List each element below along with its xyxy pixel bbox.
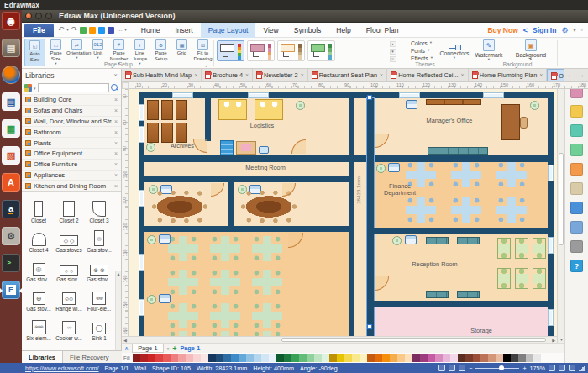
color-swatch[interactable] <box>322 354 329 362</box>
color-swatch[interactable] <box>458 354 465 362</box>
color-swatch[interactable] <box>352 354 360 362</box>
theme-thumbnail[interactable] <box>277 40 305 61</box>
themes-scroll-down-icon[interactable]: ▾ <box>390 49 396 55</box>
wall-exterior-right[interactable] <box>548 92 554 336</box>
color-swatch[interactable] <box>375 354 382 362</box>
symbol-item[interactable]: ◇ ◇ Gas stoves <box>54 223 84 253</box>
window[interactable] <box>139 299 144 316</box>
page-tab[interactable]: Page-1 <box>132 344 164 353</box>
ribbon-button[interactable]: ⊡ Fit to Drawing <box>192 39 213 66</box>
library-group-row[interactable]: Wall, Door, Window and Structure × <box>22 116 121 127</box>
sign-in-link[interactable]: Sign In <box>533 26 556 34</box>
color-swatch[interactable] <box>307 354 314 362</box>
color-swatch[interactable] <box>428 354 435 362</box>
symbol-item[interactable]: ⊕ Gas stov... <box>24 282 54 312</box>
symbol-item[interactable]: Closet 3 <box>84 194 114 223</box>
zoom-in-icon[interactable]: + <box>522 365 526 372</box>
share-icon[interactable]: < <box>523 26 528 34</box>
wall-meeting-divider[interactable] <box>228 182 234 226</box>
horizontal-scroll-thumb[interactable] <box>281 338 546 342</box>
plant[interactable] <box>296 101 305 110</box>
visitor-seat[interactable] <box>533 268 546 289</box>
plant[interactable] <box>530 101 539 110</box>
printer[interactable] <box>405 235 417 244</box>
color-swatch[interactable] <box>390 354 397 362</box>
firefox-icon[interactable] <box>2 66 20 84</box>
symbol-item[interactable]: Closet 2 <box>54 194 84 223</box>
selection-handle[interactable] <box>367 95 372 100</box>
zoom-slider[interactable] <box>475 368 519 369</box>
libreoffice-calc-icon[interactable]: ▦ <box>2 119 20 138</box>
cabinet[interactable] <box>147 100 159 120</box>
color-swatch[interactable] <box>360 354 367 362</box>
color-swatch[interactable] <box>405 354 412 362</box>
workstation-cluster[interactable] <box>406 197 436 223</box>
plant[interactable] <box>376 164 386 173</box>
window[interactable] <box>139 190 144 207</box>
library-search-input[interactable] <box>38 83 109 92</box>
dialog-launcher-icon[interactable]: ⌟ <box>205 61 207 67</box>
theme-format-button[interactable]: Effects ▾ <box>402 55 433 61</box>
color-swatch[interactable] <box>208 354 216 362</box>
symbol-item[interactable]: ◎ Gas stov... <box>84 223 114 253</box>
document-tab[interactable]: Home Plumbing Plan × <box>469 69 548 81</box>
search-icon[interactable] <box>111 84 118 92</box>
edraw-max-launcher-icon[interactable]: E <box>2 281 20 299</box>
window[interactable] <box>548 309 554 326</box>
files-icon[interactable]: ▤ <box>2 39 20 57</box>
color-swatch[interactable] <box>140 354 148 362</box>
zoom-out-icon[interactable]: − <box>469 365 472 372</box>
color-swatch[interactable] <box>443 354 450 362</box>
image-icon[interactable] <box>570 144 583 156</box>
color-swatch[interactable] <box>329 354 337 362</box>
workstation-cluster[interactable] <box>252 236 282 261</box>
bench[interactable] <box>428 147 488 155</box>
layers-icon[interactable] <box>570 163 583 176</box>
libreoffice-impress-icon[interactable]: ▧ <box>2 146 20 165</box>
menu-tab[interactable]: Floor Plan <box>359 23 407 38</box>
color-swatch[interactable] <box>488 354 496 362</box>
drawing-canvas[interactable]: Logistics Archives Meeting Room Manager'… <box>122 89 557 336</box>
workstation-cluster[interactable] <box>210 270 240 295</box>
scroll-right-icon[interactable]: ▶ <box>552 337 555 344</box>
visitor-seat[interactable] <box>515 238 528 259</box>
color-swatch[interactable] <box>337 354 344 362</box>
save-icon[interactable] <box>98 27 105 34</box>
library-group-row[interactable]: Sofas and Chairs × <box>22 105 121 116</box>
menu-tab[interactable]: Symbols <box>286 23 329 38</box>
hyperlink-icon[interactable] <box>570 202 583 214</box>
color-swatch[interactable] <box>314 354 322 362</box>
symbol-item[interactable]: ⊙⊙ Range wi... <box>54 282 84 312</box>
export-icon[interactable] <box>80 27 87 34</box>
color-swatch[interactable] <box>526 354 533 362</box>
color-swatch[interactable] <box>465 354 473 362</box>
ubuntu-dash-icon[interactable]: ◉ <box>2 12 20 30</box>
double-desk[interactable] <box>218 99 247 120</box>
color-swatch[interactable] <box>511 354 518 362</box>
ribbon-button[interactable]: ◱ Auto Size <box>24 39 45 66</box>
color-swatch[interactable] <box>178 354 186 362</box>
edrawsoft-link[interactable]: https://www.edrawsoft.com/ <box>25 365 98 372</box>
room-label-archives[interactable]: Archives <box>155 143 209 150</box>
ubuntu-software-icon[interactable]: A <box>2 173 20 192</box>
color-swatch[interactable] <box>133 354 140 362</box>
undo-icon[interactable]: ↶ <box>58 26 65 34</box>
close-library-icon[interactable]: × <box>114 150 118 156</box>
plant[interactable] <box>147 295 156 304</box>
bench[interactable] <box>426 237 449 244</box>
close-tab-icon[interactable]: × <box>194 72 197 78</box>
wall-corridor-left[interactable] <box>349 98 354 336</box>
window-minimize-button[interactable] <box>35 13 42 19</box>
presentation-view-icon[interactable] <box>459 365 465 371</box>
window[interactable] <box>483 92 504 98</box>
close-library-icon[interactable]: × <box>114 172 118 178</box>
close-library-icon[interactable]: × <box>114 129 118 135</box>
pan-zoom-icon[interactable] <box>569 365 575 371</box>
collapse-ribbon-icon[interactable]: ◦ <box>581 27 583 33</box>
room-label-finance-department[interactable]: Finance Department <box>377 183 423 197</box>
theme-format-button[interactable]: Fonts ▾ <box>402 47 433 54</box>
workstation-cluster[interactable] <box>451 197 481 223</box>
panel-tab[interactable]: File Recovery <box>63 351 115 364</box>
workstation-cluster[interactable] <box>252 303 282 328</box>
theme-format-button[interactable]: Colors ▾ <box>402 39 433 46</box>
